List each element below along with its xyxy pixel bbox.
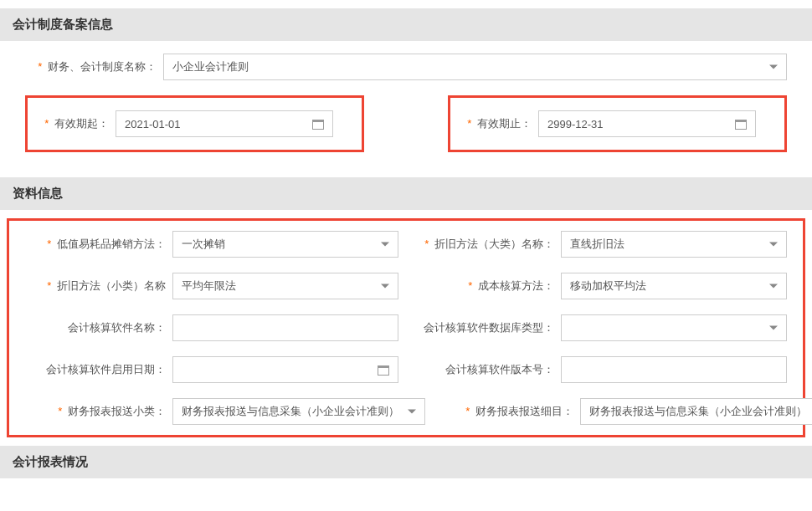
accounting-system-field[interactable]: 小企业会计准则	[163, 54, 787, 80]
required-star-icon: *	[468, 279, 472, 292]
chevron-down-icon	[769, 243, 778, 247]
section-title: 会计报表情况	[13, 454, 88, 468]
valid-to-label: * 有效期止：	[467, 116, 538, 131]
row-5: * 财务报表报送小类： 财务报表报送与信息采集（小企业会计准则） * 财务报表报…	[18, 398, 794, 425]
low-value-group: * 低值易耗品摊销方法： 一次摊销	[18, 231, 406, 258]
required-star-icon: *	[47, 279, 51, 292]
required-star-icon: *	[44, 117, 49, 130]
valid-from-input[interactable]: 2021-01-01	[116, 110, 333, 137]
software-version-input[interactable]	[561, 356, 787, 383]
cost-method-field[interactable]: 移动加权平均法	[561, 273, 787, 299]
accounting-system-select[interactable]: 小企业会计准则	[163, 54, 787, 80]
valid-to-highlight: * 有效期止： 2999-12-31	[448, 95, 787, 152]
software-name-group: 会计核算软件名称：	[18, 314, 406, 341]
report-sub-group: * 财务报表报送小类： 财务报表报送与信息采集（小企业会计准则）	[18, 398, 425, 425]
low-value-label: * 低值易耗品摊销方法：	[18, 237, 172, 252]
section-header-material-info: 资料信息	[0, 177, 812, 210]
software-name-field[interactable]	[172, 314, 398, 341]
row-2: * 折旧方法（小类）名称 平均年限法 * 成本核算方法： 移动加权平均法	[18, 273, 794, 299]
software-date-label: 会计核算软件启用日期：	[18, 362, 172, 377]
required-star-icon: *	[58, 405, 62, 417]
calendar-icon	[735, 118, 747, 130]
report-detail-label: * 财务报表报送细目：	[425, 404, 580, 419]
row-4: 会计核算软件启用日期： 会计核算软件版本号：	[18, 356, 794, 383]
required-star-icon: *	[467, 117, 471, 130]
software-db-field[interactable]	[561, 314, 787, 341]
chevron-down-icon	[408, 410, 416, 414]
depreciation-major-group: * 折旧方法（大类）名称： 直线折旧法	[406, 231, 794, 258]
calendar-icon	[312, 118, 324, 130]
section-title: 资料信息	[13, 186, 63, 200]
section-body-accounting-filing: * 财务、会计制度名称： 小企业会计准则 * 有效期起： 2021-01-01	[0, 41, 812, 169]
software-version-group: 会计核算软件版本号：	[406, 356, 794, 383]
row-3: 会计核算软件名称： 会计核算软件数据库类型：	[18, 314, 794, 341]
chevron-down-icon	[769, 326, 778, 330]
report-sub-label: * 财务报表报送小类：	[18, 404, 172, 419]
chevron-down-icon	[381, 243, 389, 247]
depreciation-major-select[interactable]: 直线折旧法	[561, 231, 787, 258]
software-date-field[interactable]	[172, 356, 398, 383]
valid-from-label: * 有效期起：	[44, 116, 116, 131]
row-1: * 低值易耗品摊销方法： 一次摊销 * 折旧方法（大类）名称： 直线折旧法	[18, 231, 794, 258]
low-value-field[interactable]: 一次摊销	[172, 231, 398, 258]
accounting-system-row: * 财务、会计制度名称： 小企业会计准则	[8, 54, 804, 80]
software-db-group: 会计核算软件数据库类型：	[406, 314, 794, 341]
software-version-label: 会计核算软件版本号：	[406, 362, 561, 377]
low-value-select[interactable]: 一次摊销	[172, 231, 398, 258]
section-header-accounting-filing: 会计制度备案信息	[0, 8, 812, 41]
software-db-select[interactable]	[561, 314, 787, 341]
depreciation-major-label: * 折旧方法（大类）名称：	[406, 237, 561, 252]
accounting-system-label: * 财务、会计制度名称：	[8, 59, 163, 74]
required-star-icon: *	[47, 238, 51, 250]
chevron-down-icon	[769, 284, 778, 289]
cost-method-label: * 成本核算方法：	[406, 278, 561, 294]
report-detail-select[interactable]: 财务报表报送与信息采集（小企业会计准则）	[580, 398, 812, 425]
calendar-icon	[378, 364, 389, 376]
chevron-down-icon	[381, 284, 389, 289]
depreciation-minor-label: * 折旧方法（小类）名称	[18, 278, 172, 294]
section-header-report-status: 会计报表情况	[0, 446, 812, 478]
cost-method-group: * 成本核算方法： 移动加权平均法	[406, 273, 794, 299]
valid-to-input[interactable]: 2999-12-31	[538, 110, 756, 137]
valid-from-field[interactable]: 2021-01-01	[116, 110, 333, 137]
software-version-field[interactable]	[561, 356, 787, 383]
required-star-icon: *	[465, 405, 470, 417]
valid-to-field[interactable]: 2999-12-31	[538, 110, 756, 137]
section-title: 会计制度备案信息	[13, 17, 113, 31]
software-date-input[interactable]	[172, 356, 398, 383]
software-date-group: 会计核算软件启用日期：	[18, 356, 406, 383]
material-info-highlight: * 低值易耗品摊销方法： 一次摊销 * 折旧方法（大类）名称： 直线折旧法	[7, 218, 805, 437]
software-name-input[interactable]	[172, 314, 398, 341]
validity-date-row: * 有效期起： 2021-01-01 * 有效期止： 2999-12-31	[8, 95, 804, 152]
required-star-icon: *	[424, 238, 429, 250]
chevron-down-icon	[769, 65, 778, 69]
software-db-label: 会计核算软件数据库类型：	[406, 320, 561, 335]
depreciation-minor-group: * 折旧方法（小类）名称 平均年限法	[18, 273, 406, 299]
required-star-icon: *	[38, 60, 42, 73]
report-sub-field[interactable]: 财务报表报送与信息采集（小企业会计准则）	[172, 398, 425, 425]
valid-from-highlight: * 有效期起： 2021-01-01	[25, 95, 364, 152]
depreciation-minor-select[interactable]: 平均年限法	[172, 273, 398, 299]
software-name-label: 会计核算软件名称：	[18, 320, 172, 335]
report-detail-field[interactable]: 财务报表报送与信息采集（小企业会计准则）	[580, 398, 812, 425]
cost-method-select[interactable]: 移动加权平均法	[561, 273, 787, 299]
depreciation-major-field[interactable]: 直线折旧法	[561, 231, 787, 258]
report-detail-group: * 财务报表报送细目： 财务报表报送与信息采集（小企业会计准则）	[425, 398, 812, 425]
depreciation-minor-field[interactable]: 平均年限法	[172, 273, 398, 299]
report-sub-select[interactable]: 财务报表报送与信息采集（小企业会计准则）	[172, 398, 425, 425]
